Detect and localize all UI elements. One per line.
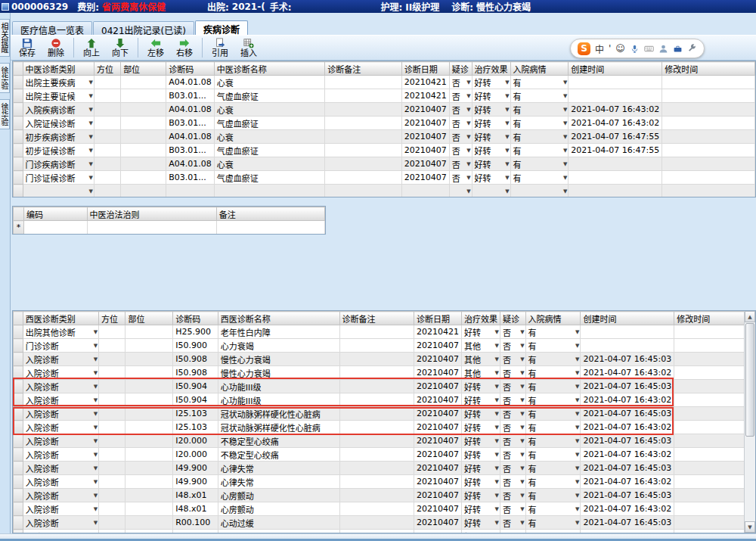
column-header[interactable]: 修改时间 [662,62,755,76]
grid-cell[interactable]: 心房颤动 [218,489,339,502]
keyboard-icon[interactable] [644,44,654,54]
dropdown-arrow-icon[interactable]: ▼ [495,465,499,471]
table-row[interactable]: 入院证候诊断▼B03.01...气虚血瘀证20210407否▼好转▼有▼2021… [14,117,755,130]
grid-cell[interactable] [99,462,125,475]
table-row[interactable]: ▼▼▼▼ [14,185,755,198]
table-row[interactable]: 入院诊断▼I50.908慢性心力衰竭20210407其他▼否▼有▼2021-04… [14,366,755,380]
grid-cell[interactable] [339,380,414,393]
grid-cell[interactable]: 不稳定型心绞痛 [218,434,339,448]
row-selector[interactable] [14,130,23,144]
grid-cell[interactable] [339,516,414,530]
grid-cell[interactable] [99,339,125,353]
row-selector[interactable] [14,380,23,393]
grid-cell[interactable] [94,157,120,171]
grid-cell[interactable]: 否▼ [449,157,472,171]
dropdown-arrow-icon[interactable]: ▼ [520,384,524,390]
scroll-up-button[interactable]: ▲ [745,311,755,322]
grid-cell[interactable]: 20210407 [401,157,449,171]
grid-cell[interactable] [94,117,120,130]
grid-cell[interactable] [121,130,166,144]
grid-cell[interactable] [674,502,755,516]
grid-cell[interactable]: 有▼ [525,366,581,380]
dropdown-arrow-icon[interactable]: ▼ [575,452,579,458]
grid-cell[interactable]: 否▼ [500,516,526,530]
vertical-scrollbar[interactable]: ▲ ▼ [744,311,755,533]
move-up-button[interactable]: 向上 [78,36,105,60]
dropdown-arrow-icon[interactable]: ▼ [495,343,499,349]
grid-cell[interactable] [121,76,166,89]
dropdown-arrow-icon[interactable]: ▼ [466,107,470,113]
grid-cell[interactable] [674,462,755,475]
grid-cell[interactable]: 入院诊断▼ [23,475,98,489]
grid-cell[interactable]: 否▼ [500,421,526,434]
grid-cell[interactable] [125,353,173,366]
grid-cell[interactable]: 心功能III级 [218,380,339,393]
ime-language-toggle[interactable]: 中 [595,42,604,55]
grid-cell[interactable] [674,475,755,489]
grid-cell[interactable]: I20.000 [173,434,218,448]
grid-cell[interactable]: 否▼ [500,462,526,475]
grid-cell[interactable] [99,502,125,516]
dropdown-arrow-icon[interactable]: ▼ [563,93,567,99]
grid-cell[interactable]: 2021-04-07 16:45:03 [581,462,674,475]
row-selector[interactable] [14,393,23,407]
grid-cell[interactable] [99,516,125,530]
grid-cell[interactable]: 否▼ [500,325,526,339]
grid-cell[interactable]: ▼ [510,185,569,198]
grid-cell[interactable]: 好转▼ [472,130,510,144]
grid-cell[interactable] [339,339,414,353]
grid-cell[interactable]: 2021-04-07 16:45:03 [581,434,674,448]
grid-cell[interactable]: 好转▼ [472,144,510,157]
grid-cell[interactable]: 否▼ [500,353,526,366]
grid-cell[interactable]: 20210407 [414,489,462,502]
column-header[interactable]: 修改时间 [674,312,755,325]
dropdown-arrow-icon[interactable]: ▼ [89,148,93,154]
dropdown-arrow-icon[interactable]: ▼ [505,148,509,154]
grid-cell[interactable] [339,353,414,366]
grid-cell[interactable]: 心律失常 [218,462,339,475]
grid-cell[interactable] [339,434,414,448]
grid-cell[interactable]: I49.900 [173,462,218,475]
grid-cell[interactable] [125,448,173,462]
grid-cell[interactable] [662,171,755,185]
grid-cell[interactable] [99,380,125,393]
grid-cell[interactable]: 门诊诊断▼ [23,339,98,353]
column-header[interactable]: 治疗效果 [472,62,510,76]
grid-cell[interactable] [125,366,173,380]
dropdown-arrow-icon[interactable]: ▼ [495,370,499,376]
dropdown-arrow-icon[interactable]: ▼ [89,134,93,140]
grid-cell[interactable] [662,89,755,103]
grid-cell[interactable]: 入院诊断▼ [23,421,98,434]
grid-cell[interactable] [674,407,755,421]
grid-cell[interactable]: 慢性心力衰竭 [218,353,339,366]
grid-cell[interactable]: 入院诊断▼ [23,462,98,475]
grid-cell[interactable] [339,462,414,475]
grid-cell[interactable] [325,185,402,198]
grid-cell[interactable] [339,407,414,421]
grid-cell[interactable]: 20210407 [414,393,462,407]
dropdown-arrow-icon[interactable]: ▼ [575,384,579,390]
wrench-icon[interactable] [687,44,697,54]
dropdown-arrow-icon[interactable]: ▼ [495,384,499,390]
grid-cell[interactable]: 好转▼ [462,516,500,530]
grid-cell[interactable]: 冠状动脉粥样硬化性心脏病 [218,421,339,434]
grid-cell[interactable]: 20210407 [414,339,462,353]
dropdown-arrow-icon[interactable]: ▼ [495,411,499,417]
row-selector[interactable] [14,434,23,448]
grid-cell[interactable] [339,475,414,489]
ime-toolbar[interactable]: S 中 ' ☺ [570,39,705,58]
grid-cell[interactable]: 好转▼ [462,325,500,339]
grid-cell[interactable] [339,325,414,339]
dropdown-arrow-icon[interactable]: ▼ [575,424,579,431]
move-left-button[interactable]: 左移 [142,36,169,60]
grid-cell[interactable]: 好转▼ [462,434,500,448]
dropdown-arrow-icon[interactable]: ▼ [520,329,524,335]
grid-cell[interactable]: 好转▼ [462,489,500,502]
grid-cell[interactable] [674,489,755,502]
grid-cell[interactable]: 出院其他诊断▼ [23,325,98,339]
grid-cell[interactable] [99,393,125,407]
grid-cell[interactable]: 20210407 [401,144,449,157]
grid-cell[interactable] [662,76,755,89]
grid-cell[interactable]: 好转▼ [472,157,510,171]
grid-cell[interactable] [214,185,325,198]
